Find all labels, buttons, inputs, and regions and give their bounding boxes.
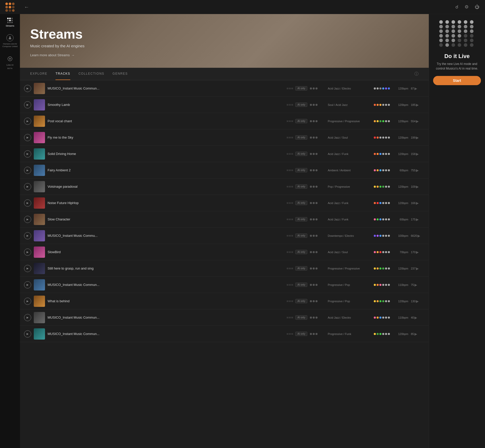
track-mixer-icon: ▤▤▤ (287, 234, 293, 237)
track-play-button[interactable]: ▶ (24, 281, 31, 288)
track-thumbnail (34, 279, 45, 290)
track-bpm: 60bpm (394, 218, 408, 221)
track-mixer-icon: ▤▤▤ (287, 202, 293, 204)
track-play-count: 6620 ▶ (411, 234, 424, 238)
track-ai-badge: AI only (295, 119, 307, 123)
track-play-button[interactable]: ▶ (24, 183, 31, 190)
track-name: Solid Driving Home (48, 152, 285, 156)
track-play-button[interactable]: ▶ (24, 314, 31, 321)
right-panel: Do it Live Try the new Live AI mode and … (429, 14, 485, 448)
info-icon[interactable]: ⓘ (414, 71, 419, 77)
track-bpm: 100bpm (394, 234, 408, 237)
track-mixer-icon: ▤▤▤ (287, 169, 293, 171)
track-ai-badge: AI only (295, 266, 307, 271)
track-row[interactable]: ▶MUSICO_Instant Music Commu...▤▤▤AI only… (20, 228, 429, 244)
track-play-button[interactable]: ▶ (24, 249, 31, 256)
sidebar-item-streams[interactable]: Streams (0, 14, 20, 31)
track-row[interactable]: ▶SlowBird▤▤▤AI onlyAcid Jazz / Soul70bpm… (20, 244, 429, 260)
track-rating-dots (310, 169, 325, 171)
sidebar-item-live-ai[interactable]: Live AI BETA (0, 52, 20, 73)
track-ai-badge: AI only (295, 332, 307, 336)
track-row[interactable]: ▶Fly me to the Sky▤▤▤AI onlyAcid Jazz / … (20, 129, 429, 146)
sidebar-item-haicu[interactable]: Humans and AICompose United (0, 31, 20, 52)
hero-subtitle: Music created by the AI engines (30, 44, 419, 48)
track-row[interactable]: ▶What is behind▤▤▤AI onlyProgressive / P… (20, 293, 429, 309)
track-play-count: 175 ▶ (411, 217, 424, 221)
hero-link-text: Learn more about Streams (30, 53, 70, 57)
track-rating-dots (310, 218, 325, 220)
track-mixer-icon: ▤▤▤ (287, 87, 293, 89)
track-genre: Progressive / Pop (328, 283, 371, 286)
track-play-button[interactable]: ▶ (24, 134, 31, 141)
track-genre: Progressive / Pop (328, 300, 371, 303)
track-color-dots (374, 284, 392, 286)
track-row[interactable]: ▶Slow Character▤▤▤AI onlyAcid Jazz / Fun… (20, 211, 429, 228)
tab-genres[interactable]: GENRES (112, 68, 128, 80)
track-thumbnail (34, 214, 45, 225)
track-play-count: 170 ▶ (411, 250, 424, 254)
beta-badge: BETA (7, 68, 13, 69)
track-color-dots (374, 317, 392, 319)
power-icon[interactable]: ⏻ (473, 3, 481, 11)
track-mixer-icon: ▤▤▤ (287, 185, 293, 188)
track-genre: Acid Jazz / Funk (328, 218, 371, 221)
hero-link[interactable]: Learn more about Streams → (30, 53, 419, 57)
track-play-button[interactable]: ▶ (24, 101, 31, 108)
track-mixer-icon: ▤▤▤ (287, 333, 293, 335)
search-icon[interactable]: ☌ (454, 3, 460, 11)
track-info: Smoothy Lamb (48, 103, 285, 107)
main-area: ← ☌ ⚙ ⏻ Streams Music created by the AI … (20, 0, 485, 448)
track-ai-badge: AI only (295, 184, 307, 189)
track-rating-dots (310, 137, 325, 139)
track-color-dots (374, 186, 392, 188)
track-thumbnail (34, 296, 45, 307)
tab-explore[interactable]: EXPLORE (30, 68, 47, 80)
tab-tracks[interactable]: TRACKS (55, 68, 70, 80)
track-play-count: 75 ▶ (411, 283, 424, 287)
track-play-count: 158 ▶ (411, 152, 424, 156)
track-row[interactable]: ▶Solid Driving Home▤▤▤AI onlyAcid Jazz /… (20, 146, 429, 162)
track-row[interactable]: ▶Voisinage paradoxal▤▤▤AI onlyPop / Prog… (20, 178, 429, 195)
track-play-button[interactable]: ▶ (24, 85, 31, 92)
track-name: MUSICO_Instant Music Commun... (48, 283, 285, 287)
track-name: Post vocal chant (48, 119, 285, 123)
track-play-button[interactable]: ▶ (24, 232, 31, 239)
track-color-dots (374, 169, 392, 171)
track-color-dots (374, 137, 392, 139)
track-play-button[interactable]: ▶ (24, 199, 31, 207)
track-thumbnail (34, 312, 45, 323)
track-genre: Progressive / Funk (328, 332, 371, 335)
track-play-button[interactable]: ▶ (24, 216, 31, 223)
track-row[interactable]: ▶MUSICO_Instant Music Commun...▤▤▤AI onl… (20, 309, 429, 326)
track-row[interactable]: ▶MUSICO_Instant Music Commun...▤▤▤AI onl… (20, 277, 429, 293)
start-button[interactable]: Start (433, 76, 481, 85)
settings-icon[interactable]: ⚙ (463, 3, 470, 11)
track-row[interactable]: ▶Post vocal chant▤▤▤AI onlyProgressive /… (20, 113, 429, 129)
track-genre: Acid Jazz / Funk (328, 201, 371, 205)
track-play-button[interactable]: ▶ (24, 118, 31, 125)
track-row[interactable]: ▶Still here to grasp, run and sing▤▤▤AI … (20, 260, 429, 277)
track-ai-badge: AI only (295, 217, 307, 221)
track-play-button[interactable]: ▶ (24, 150, 31, 158)
track-color-dots (374, 87, 392, 89)
tab-collections[interactable]: COLLECTIONS (78, 68, 104, 80)
track-color-dots (374, 235, 392, 237)
haicu-icon (6, 34, 14, 41)
track-genre: Downtempo / Electro (328, 234, 371, 237)
track-play-button[interactable]: ▶ (24, 167, 31, 174)
track-ai-badge: AI only (295, 315, 307, 320)
track-row[interactable]: ▶MUSICO_Instant Music Commun...▤▤▤AI onl… (20, 80, 429, 97)
track-row[interactable]: ▶MUSICO_Instant Music Commun...▤▤▤AI onl… (20, 326, 429, 342)
track-info: Slow Character (48, 217, 285, 221)
track-row[interactable]: ▶Noise Future HipHop▤▤▤AI onlyAcid Jazz … (20, 195, 429, 211)
track-row[interactable]: ▶Fairy Ambient 2▤▤▤AI onlyAmbient / Ambi… (20, 162, 429, 178)
back-button[interactable]: ← (24, 4, 29, 10)
track-play-button[interactable]: ▶ (24, 330, 31, 338)
track-row[interactable]: ▶Smoothy Lamb▤▤▤AI onlySoul / Acid Jazz1… (20, 97, 429, 113)
track-play-button[interactable]: ▶ (24, 265, 31, 272)
track-info: Noise Future HipHop (48, 201, 285, 205)
track-thumbnail (34, 328, 45, 340)
track-rating-dots (310, 317, 325, 319)
track-name: MUSICO_Instant Music Commun... (48, 86, 285, 90)
track-play-button[interactable]: ▶ (24, 298, 31, 305)
